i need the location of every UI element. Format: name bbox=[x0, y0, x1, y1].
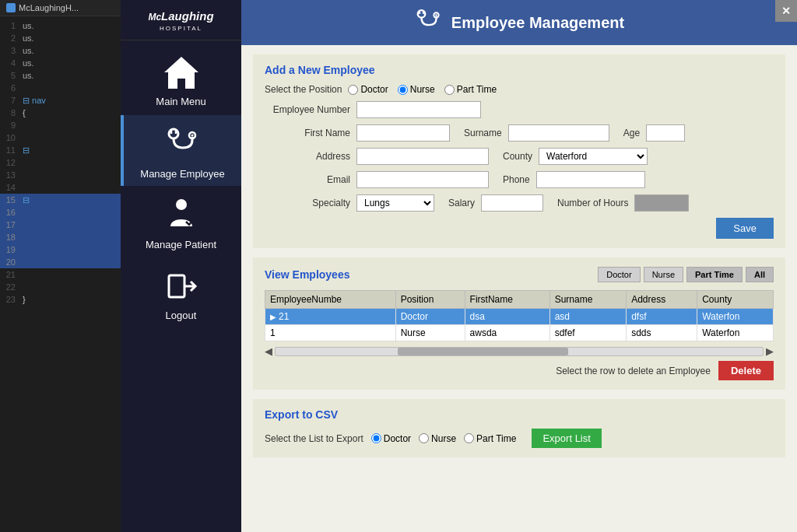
table-scrollbar: ◀ ▶ bbox=[265, 345, 774, 357]
stethoscope-icon bbox=[163, 124, 203, 165]
export-radio-nurse-input[interactable] bbox=[419, 433, 429, 443]
filter-nurse-button[interactable]: Nurse bbox=[644, 267, 683, 282]
save-button[interactable]: Save bbox=[716, 218, 774, 239]
logout-icon bbox=[161, 266, 202, 306]
email-label: Email bbox=[265, 174, 350, 185]
code-line bbox=[19, 169, 23, 181]
code-line bbox=[19, 82, 23, 94]
scroll-right-arrow[interactable]: ▶ bbox=[766, 345, 774, 357]
specialty-row: Specialty Lungs Heart Brain General Sala… bbox=[265, 194, 774, 212]
filter-parttime-button[interactable]: Part Time bbox=[686, 267, 743, 282]
export-radio-nurse[interactable]: Nurse bbox=[419, 433, 456, 444]
svg-marker-0 bbox=[164, 57, 198, 89]
export-radio-doctor-input[interactable] bbox=[371, 433, 381, 443]
svg-point-10 bbox=[435, 14, 437, 16]
dialog-title: Employee Management bbox=[451, 14, 624, 32]
code-line bbox=[19, 119, 23, 131]
scroll-left-arrow[interactable]: ◀ bbox=[265, 345, 272, 357]
specialty-select[interactable]: Lungs Heart Brain General bbox=[356, 194, 434, 212]
th-position: Position bbox=[395, 291, 465, 309]
first-name-input[interactable] bbox=[356, 124, 450, 142]
sidebar-item-manage-patient[interactable]: Manage Patient bbox=[121, 186, 241, 257]
file-icon bbox=[6, 3, 16, 12]
export-list-label: Select the List to Export bbox=[265, 433, 363, 444]
table-cell: Waterfon bbox=[697, 325, 774, 341]
th-firstname: FirstName bbox=[465, 291, 549, 309]
delete-button[interactable]: Delete bbox=[718, 361, 774, 380]
salary-label: Salary bbox=[448, 198, 475, 208]
radio-parttime-input[interactable] bbox=[444, 85, 455, 95]
view-header: View Employees Doctor Nurse Part Time Al… bbox=[265, 267, 774, 282]
sidebar-item-manage-employee[interactable]: Manage Employee bbox=[121, 115, 241, 186]
header-stethoscope-icon bbox=[414, 8, 444, 37]
row-arrow: ▶ bbox=[270, 313, 276, 321]
scroll-track[interactable] bbox=[275, 347, 764, 356]
code-editor: 1us. 2us. 3us. 4us. 5us. 6 7⊟ nav 8{ 9 1… bbox=[0, 16, 121, 532]
code-line-highlight bbox=[19, 219, 23, 231]
delete-row: Select the row to delete an Employee Del… bbox=[265, 361, 774, 380]
table-row[interactable]: 1 Nurse awsda sdfef sdds Waterfon bbox=[265, 325, 774, 341]
name-row: First Name Surname Age bbox=[265, 124, 774, 142]
radio-nurse[interactable]: Nurse bbox=[398, 84, 435, 95]
sidebar-item-main-menu[interactable]: Main Menu bbox=[121, 40, 241, 115]
export-radio-parttime-input[interactable] bbox=[464, 433, 474, 443]
table-body: ▶21 Doctor dsa asd dfsf Waterfon 1 bbox=[265, 309, 774, 341]
filter-doctor-button[interactable]: Doctor bbox=[598, 267, 640, 282]
employee-number-input[interactable] bbox=[356, 101, 481, 118]
export-radio-doctor[interactable]: Doctor bbox=[371, 433, 411, 444]
employee-number-row: Employee Number bbox=[265, 101, 774, 118]
code-line: us. bbox=[19, 57, 34, 69]
add-section-title: Add a New Employee bbox=[265, 64, 774, 76]
age-input[interactable] bbox=[646, 124, 685, 142]
code-line-highlight bbox=[19, 206, 23, 219]
table-cell: 1 bbox=[265, 325, 396, 341]
code-line-highlight bbox=[19, 256, 23, 268]
surname-input[interactable] bbox=[508, 124, 609, 142]
phone-input[interactable] bbox=[536, 171, 645, 188]
table-row[interactable]: ▶21 Doctor dsa asd dfsf Waterfon bbox=[265, 309, 774, 325]
th-address: Address bbox=[627, 291, 697, 309]
filter-buttons: Doctor Nurse Part Time All bbox=[598, 267, 774, 282]
export-button[interactable]: Export List bbox=[532, 429, 601, 448]
export-section: Export to CSV Select the List to Export … bbox=[253, 399, 785, 457]
sidebar-item-label: Manage Patient bbox=[146, 239, 216, 250]
radio-doctor-input[interactable] bbox=[348, 85, 358, 95]
table-cell: dfsf bbox=[627, 309, 697, 325]
radio-nurse-input[interactable] bbox=[398, 85, 408, 95]
scroll-thumb bbox=[398, 348, 568, 355]
patient-icon bbox=[161, 195, 202, 236]
logo-hospital: HOSPITAL bbox=[127, 25, 235, 32]
code-line: ⊟ bbox=[19, 144, 30, 156]
county-select[interactable]: Waterford Dublin Cork Galway bbox=[539, 148, 648, 165]
employee-table: EmployeeNumbe Position FirstName Surname… bbox=[265, 290, 774, 341]
delete-hint: Select the row to delete an Employee bbox=[556, 366, 711, 376]
table-cell: Doctor bbox=[395, 309, 465, 325]
table-cell: sdds bbox=[627, 325, 697, 341]
sidebar-item-logout[interactable]: Logout bbox=[121, 257, 241, 327]
hours-input bbox=[634, 194, 689, 212]
export-row: Select the List to Export Doctor Nurse P… bbox=[265, 429, 774, 448]
export-radio-parttime[interactable]: Part Time bbox=[464, 433, 516, 444]
employee-table-wrapper: EmployeeNumbe Position FirstName Surname… bbox=[265, 290, 774, 341]
address-input[interactable] bbox=[356, 148, 489, 165]
hours-label: Number of Hours bbox=[557, 198, 628, 208]
surname-label: Surname bbox=[464, 128, 502, 138]
close-button[interactable]: ✕ bbox=[775, 0, 797, 22]
email-input[interactable] bbox=[356, 171, 489, 188]
salary-input[interactable] bbox=[481, 194, 543, 212]
code-line bbox=[19, 181, 23, 194]
radio-doctor[interactable]: Doctor bbox=[348, 84, 388, 95]
code-line bbox=[19, 131, 23, 144]
filter-all-button[interactable]: All bbox=[746, 267, 774, 282]
save-row: Save bbox=[265, 218, 774, 239]
table-cell: asd bbox=[549, 309, 626, 325]
phone-label: Phone bbox=[503, 174, 530, 185]
specialty-label: Specialty bbox=[265, 198, 350, 208]
code-line bbox=[19, 156, 23, 169]
radio-parttime[interactable]: Part Time bbox=[444, 84, 497, 95]
view-employees-section: View Employees Doctor Nurse Part Time Al… bbox=[253, 257, 785, 390]
th-county: County bbox=[697, 291, 774, 309]
first-name-label: First Name bbox=[265, 128, 350, 138]
table-cell: Waterfon bbox=[697, 309, 774, 325]
svg-point-3 bbox=[191, 135, 193, 137]
